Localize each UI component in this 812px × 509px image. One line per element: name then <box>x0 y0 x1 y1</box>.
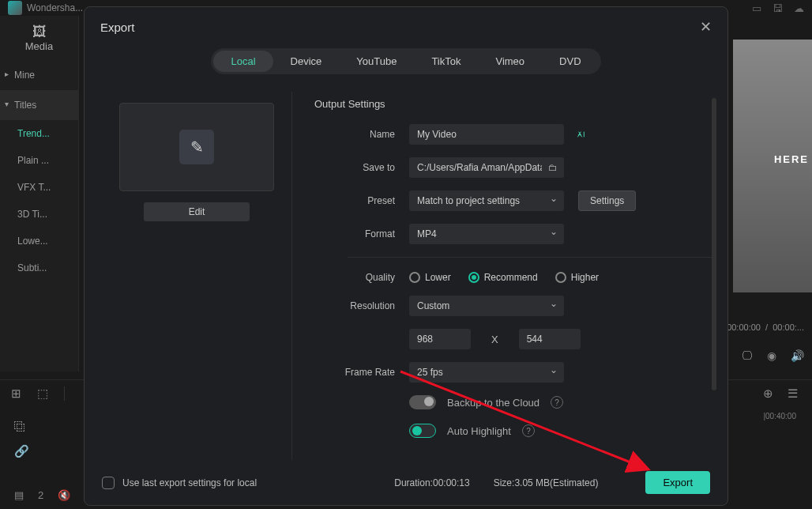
preset-select[interactable]: Match to project settings <box>409 190 564 211</box>
framerate-select[interactable]: 25 fps <box>409 362 564 383</box>
format-label: Format <box>314 228 409 239</box>
media-icon: 🖼 <box>0 24 78 40</box>
scrollbar[interactable] <box>712 98 716 390</box>
duration-info: Duration:00:00:13 <box>394 477 469 488</box>
tab-youtube[interactable]: YouTube <box>339 51 414 72</box>
sidebar-item-titles[interactable]: Titles <box>0 90 78 120</box>
quality-recommend-radio[interactable]: Recommend <box>468 272 538 283</box>
save-project-icon[interactable]: 🖫 <box>773 2 783 14</box>
backup-help-icon[interactable]: ? <box>551 396 563 409</box>
quality-lower-radio[interactable]: Lower <box>409 272 451 283</box>
settings-button[interactable]: Settings <box>578 190 636 211</box>
cloud-icon[interactable]: ☁ <box>794 2 804 14</box>
resolution-width-input[interactable] <box>409 329 471 349</box>
preview-overlay-text: HERE <box>774 153 809 165</box>
preset-label: Preset <box>314 195 409 206</box>
quality-higher-radio[interactable]: Higher <box>555 272 599 283</box>
export-dialog: Export ✕ Local Device YouTube TikTok Vim… <box>84 6 728 506</box>
ai-name-icon[interactable] <box>577 130 589 139</box>
display-icon[interactable]: 🖵 <box>742 349 753 362</box>
tab-device[interactable]: Device <box>273 51 340 72</box>
mute-icon[interactable]: 🔇 <box>58 489 70 501</box>
resolution-select[interactable]: Custom <box>409 296 564 316</box>
sidebar-sub-3d[interactable]: 3D Ti... <box>0 201 78 228</box>
autohl-help-icon[interactable]: ? <box>522 424 535 437</box>
tracks-count: 2 <box>38 489 43 501</box>
snapshot-icon[interactable]: ◉ <box>767 349 776 362</box>
sidebar-sub-plain[interactable]: Plain ... <box>0 147 78 174</box>
saveto-input[interactable] <box>409 157 564 178</box>
time-display: 00:00:00 / 00:00:... <box>727 322 804 332</box>
tool-layout-icon[interactable]: ⊞ <box>11 386 21 401</box>
output-settings-heading: Output Settings <box>314 98 713 110</box>
sidebar-sub-subtitle[interactable]: Subti... <box>0 254 78 281</box>
add-marker-icon[interactable]: ⊕ <box>763 386 773 401</box>
app-logo <box>8 1 22 15</box>
tracks-icon[interactable]: ▤ <box>14 489 24 501</box>
resolution-height-input[interactable] <box>519 329 581 349</box>
preview-panel: HERE <box>733 40 812 292</box>
resolution-label: Resolution <box>314 300 409 311</box>
dialog-title: Export <box>100 21 134 34</box>
timeline-ruler-tick: |00:40:00 <box>763 412 796 420</box>
tab-dvd[interactable]: DVD <box>542 51 598 72</box>
export-button[interactable]: Export <box>645 471 710 494</box>
folder-icon[interactable]: 🗀 <box>548 162 558 173</box>
size-info: Size:3.05 MB(Estimated) <box>494 477 599 488</box>
framerate-label: Frame Rate <box>314 367 409 378</box>
edit-thumbnail-button[interactable]: Edit <box>144 202 250 221</box>
export-tabset: Local Device YouTube TikTok Vimeo DVD <box>211 48 600 74</box>
format-select[interactable]: MP4 <box>409 224 564 244</box>
resolution-x-label: X <box>471 334 519 345</box>
use-last-settings-checkbox[interactable] <box>102 477 115 489</box>
sidebar-sub-lower[interactable]: Lowe... <box>0 228 78 254</box>
quality-label: Quality <box>314 272 409 283</box>
media-tab[interactable]: 🖼 Media <box>0 16 78 60</box>
use-last-settings-label: Use last export settings for local <box>122 477 257 488</box>
close-icon[interactable]: ✕ <box>700 18 712 36</box>
auto-highlight-label: Auto Highlight <box>447 425 511 437</box>
app-brand: Wondersha... <box>27 2 83 13</box>
tab-tiktok[interactable]: TikTok <box>414 51 478 72</box>
sidebar-item-mine[interactable]: Mine <box>0 60 78 90</box>
volume-icon[interactable]: 🔊 <box>791 349 804 362</box>
auto-highlight-toggle[interactable] <box>409 424 436 438</box>
link-track-icon[interactable]: 🔗 <box>14 444 29 458</box>
list-view-icon[interactable]: ☰ <box>788 386 798 401</box>
tab-local[interactable]: Local <box>213 51 273 72</box>
window-icon[interactable]: ▭ <box>752 2 761 14</box>
backup-cloud-toggle[interactable] <box>409 395 436 409</box>
name-input[interactable] <box>409 124 564 145</box>
pencil-icon: ✎ <box>179 130 214 164</box>
thumbnail-preview: ✎ <box>119 103 274 191</box>
tab-vimeo[interactable]: Vimeo <box>478 51 542 72</box>
sidebar-sub-trending[interactable]: Trend... <box>0 120 78 147</box>
name-label: Name <box>314 129 409 140</box>
saveto-label: Save to <box>314 162 409 173</box>
backup-cloud-label: Backup to the Cloud <box>447 397 539 409</box>
sidebar-sub-vfx[interactable]: VFX T... <box>0 174 78 201</box>
copy-track-icon[interactable]: ⿻ <box>14 420 29 433</box>
tool-pointer-icon[interactable]: ⬚ <box>37 386 48 401</box>
